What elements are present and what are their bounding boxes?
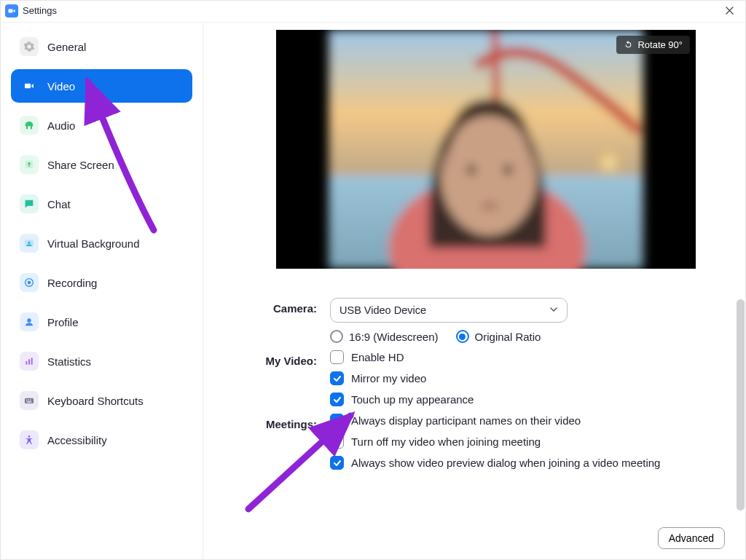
checkbox-icon bbox=[330, 371, 344, 385]
svg-point-16 bbox=[28, 435, 31, 438]
radio-icon bbox=[330, 330, 343, 343]
background-icon bbox=[20, 234, 39, 253]
camera-icon bbox=[20, 76, 39, 95]
sidebar-item-virtual-background[interactable]: Virtual Background bbox=[11, 226, 192, 260]
svg-point-20 bbox=[549, 123, 622, 196]
svg-point-23 bbox=[467, 165, 476, 175]
checkbox-icon bbox=[330, 435, 344, 449]
video-preview: Rotate 90° bbox=[276, 30, 696, 269]
svg-rect-0 bbox=[9, 9, 13, 12]
checkbox-turn-off-video-joining[interactable]: Turn off my video when joining meeting bbox=[330, 435, 719, 449]
svg-point-25 bbox=[481, 202, 498, 210]
headphones-icon bbox=[20, 116, 39, 135]
accessibility-icon bbox=[20, 430, 39, 449]
camera-value: USB Video Device bbox=[339, 304, 426, 316]
body: GeneralVideoAudioShare ScreenChatVirtual… bbox=[1, 23, 745, 559]
main-scroll: Rotate 90° Camera: USB Video Device bbox=[203, 23, 745, 559]
radio-original[interactable]: Original Ratio bbox=[456, 330, 541, 343]
main-panel: Rotate 90° Camera: USB Video Device bbox=[203, 23, 745, 559]
titlebar: Settings bbox=[1, 1, 745, 23]
sidebar-item-label: Statistics bbox=[47, 355, 91, 368]
preview-canvas bbox=[276, 30, 696, 269]
svg-rect-14 bbox=[30, 400, 31, 401]
sidebar-item-label: Virtual Background bbox=[47, 237, 139, 250]
checkbox-touch-up-appearance[interactable]: Touch up my appearance bbox=[330, 393, 719, 406]
settings-window: Settings GeneralVideoAudioShare ScreenCh… bbox=[0, 0, 746, 560]
profile-icon bbox=[20, 312, 39, 331]
checkbox-enable-hd[interactable]: Enable HD bbox=[330, 350, 719, 364]
svg-rect-11 bbox=[25, 398, 34, 403]
rotate-90-button[interactable]: Rotate 90° bbox=[616, 36, 690, 54]
checkbox-video-preview-dialog[interactable]: Always show video preview dialog when jo… bbox=[330, 456, 719, 470]
checkbox-video-preview-dialog-label: Always show video preview dialog when jo… bbox=[351, 457, 660, 469]
rotate-icon bbox=[624, 40, 633, 50]
svg-rect-8 bbox=[25, 361, 27, 365]
close-button[interactable] bbox=[719, 4, 739, 18]
checkbox-enable-hd-label: Enable HD bbox=[351, 351, 404, 363]
svg-rect-15 bbox=[27, 401, 32, 402]
window-title: Settings bbox=[23, 5, 57, 16]
sidebar-item-label: Chat bbox=[47, 198, 71, 210]
myvideo-label: My Video: bbox=[253, 350, 330, 406]
sidebar-item-general[interactable]: General bbox=[11, 30, 192, 63]
camera-select[interactable]: USB Video Device bbox=[330, 298, 568, 323]
sidebar-item-label: Keyboard Shortcuts bbox=[47, 395, 144, 407]
sidebar-item-video[interactable]: Video bbox=[11, 69, 192, 103]
checkbox-icon bbox=[330, 414, 344, 427]
rotate-label: Rotate 90° bbox=[637, 39, 683, 50]
gear-icon bbox=[20, 37, 39, 56]
svg-rect-13 bbox=[28, 400, 29, 401]
sidebar-item-audio[interactable]: Audio bbox=[11, 109, 192, 142]
checkbox-show-participant-names-label: Always display participant names on thei… bbox=[351, 414, 581, 427]
camera-label: Camera: bbox=[253, 298, 330, 343]
sidebar-item-label: General bbox=[47, 41, 86, 53]
sidebar-item-share-screen[interactable]: Share Screen bbox=[11, 148, 192, 181]
sidebar-item-accessibility[interactable]: Accessibility bbox=[11, 423, 192, 457]
checkbox-icon bbox=[330, 350, 344, 364]
checkbox-mirror-video-label: Mirror my video bbox=[351, 372, 426, 384]
svg-point-6 bbox=[28, 281, 31, 285]
sidebar-item-label: Share Screen bbox=[47, 159, 114, 171]
sidebar-item-profile[interactable]: Profile bbox=[11, 305, 192, 339]
checkbox-show-participant-names[interactable]: Always display participant names on thei… bbox=[330, 414, 719, 427]
sidebar-item-keyboard-shortcuts[interactable]: Keyboard Shortcuts bbox=[11, 384, 192, 417]
vertical-scrollbar[interactable] bbox=[737, 299, 745, 510]
app-icon bbox=[5, 4, 18, 17]
svg-rect-1 bbox=[25, 84, 31, 89]
sidebar: GeneralVideoAudioShare ScreenChatVirtual… bbox=[1, 23, 203, 559]
checkbox-mirror-video[interactable]: Mirror my video bbox=[330, 371, 719, 385]
svg-point-4 bbox=[28, 242, 30, 244]
sidebar-item-recording[interactable]: Recording bbox=[11, 266, 192, 299]
svg-point-7 bbox=[27, 318, 31, 322]
footer: Advanced bbox=[658, 527, 725, 549]
checkbox-turn-off-video-joining-label: Turn off my video when joining meeting bbox=[351, 435, 541, 448]
aspect-ratio-group: 16:9 (Widescreen) Original Ratio bbox=[330, 330, 719, 343]
sidebar-item-label: Profile bbox=[47, 316, 79, 328]
keyboard-icon bbox=[20, 391, 39, 410]
checkbox-icon bbox=[330, 393, 344, 406]
sidebar-item-label: Accessibility bbox=[47, 434, 107, 446]
record-icon bbox=[20, 273, 39, 292]
chevron-down-icon bbox=[549, 304, 558, 316]
checkbox-touch-up-appearance-label: Touch up my appearance bbox=[351, 393, 474, 406]
video-form: Camera: USB Video Device 16:9 (Widescree… bbox=[253, 298, 719, 470]
radio-original-label: Original Ratio bbox=[475, 331, 541, 343]
radio-widescreen-label: 16:9 (Widescreen) bbox=[349, 331, 439, 343]
svg-rect-12 bbox=[26, 400, 27, 401]
svg-rect-9 bbox=[28, 359, 30, 364]
sidebar-item-chat[interactable]: Chat bbox=[11, 187, 192, 221]
sidebar-item-label: Audio bbox=[47, 119, 75, 132]
radio-icon bbox=[456, 330, 469, 343]
stats-icon bbox=[20, 352, 39, 371]
advanced-button[interactable]: Advanced bbox=[658, 527, 725, 549]
svg-point-24 bbox=[503, 165, 512, 175]
sidebar-item-label: Video bbox=[47, 80, 75, 92]
meetings-label: Meetings: bbox=[253, 414, 330, 470]
radio-widescreen[interactable]: 16:9 (Widescreen) bbox=[330, 330, 439, 343]
sidebar-item-label: Recording bbox=[47, 277, 97, 289]
sidebar-item-statistics[interactable]: Statistics bbox=[11, 344, 192, 378]
svg-rect-10 bbox=[31, 358, 33, 364]
share-icon bbox=[20, 155, 39, 174]
chat-icon bbox=[20, 194, 39, 213]
checkbox-icon bbox=[330, 456, 344, 470]
